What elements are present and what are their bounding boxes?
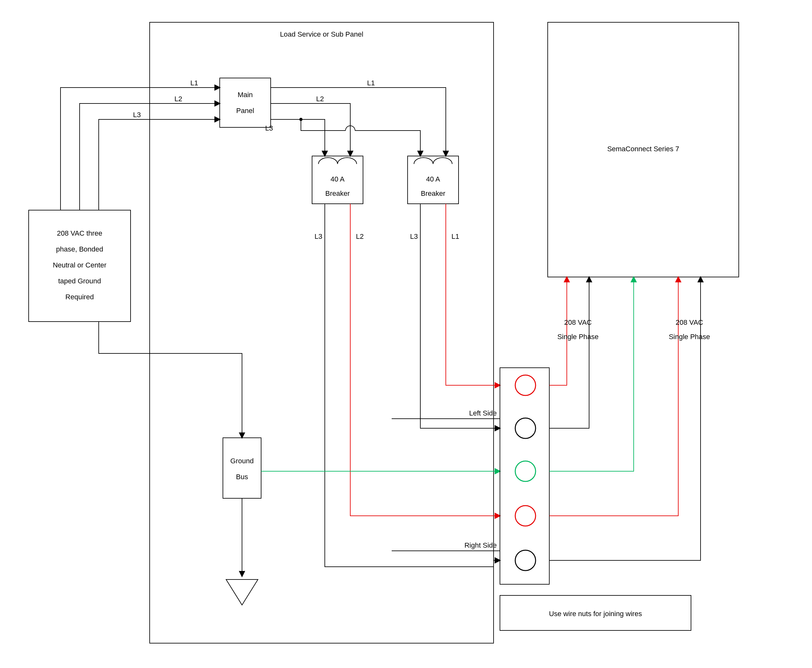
- label-out-l1: L1: [367, 79, 375, 87]
- wire-brk-right-l3: [420, 204, 500, 428]
- feed-right-l1: 208 VAC: [676, 318, 703, 326]
- label-brkR-l3: L3: [410, 232, 418, 240]
- wire-up-ground: [549, 277, 634, 471]
- wire-supply-l1: [60, 88, 220, 210]
- ground-bus-l2: Bus: [236, 473, 248, 481]
- terminal-4-icon: [515, 506, 536, 526]
- breaker-right-rating: 40 A: [426, 175, 440, 183]
- wire-l3-seg1: [301, 119, 346, 130]
- terminal-3-icon: [515, 461, 536, 481]
- supply-line3: Neutral or Center: [53, 261, 107, 269]
- terminal-5-icon: [515, 550, 536, 571]
- right-side-label: Right Side: [464, 541, 497, 549]
- label-brkL-l3: L3: [315, 232, 322, 240]
- left-side-label: Left Side: [469, 409, 497, 417]
- terminal-2-icon: [515, 418, 536, 438]
- wire-l3-right-side: [494, 560, 500, 567]
- breaker-left-label: Breaker: [325, 189, 350, 197]
- wire-up-left-red: [549, 277, 567, 385]
- wire-brk-left-l2: [350, 204, 500, 516]
- main-panel-l2: Panel: [236, 107, 254, 115]
- breaker-left-arc1: [318, 158, 337, 164]
- label-in-l3: L3: [133, 111, 141, 119]
- wire-l3-brk-right: [355, 130, 420, 156]
- feed-right-l2: Single Phase: [669, 333, 710, 341]
- junction-box: [500, 368, 549, 584]
- main-panel-l1: Main: [237, 91, 253, 99]
- wire-out-l1: [271, 88, 446, 156]
- wire-l3-brk-left: [301, 119, 325, 156]
- supply-line5: Required: [65, 293, 94, 301]
- terminal-1-icon: [515, 375, 536, 396]
- breaker-left-arc2: [337, 158, 357, 164]
- supply-line2: phase, Bonded: [56, 245, 103, 253]
- wire-ground-in: [99, 322, 242, 438]
- breaker-left-rating: 40 A: [331, 175, 344, 183]
- label-out-l2: L2: [316, 95, 324, 103]
- main-panel-box: [220, 78, 271, 127]
- ground-symbol-icon: [226, 579, 258, 605]
- breaker-right-arc1: [414, 158, 433, 164]
- wire-nuts-note: Use wire nuts for joining wires: [549, 610, 642, 618]
- breaker-right-label: Breaker: [421, 189, 445, 197]
- ground-bus-l1: Ground: [230, 457, 254, 465]
- feed-left-l1: 208 VAC: [564, 318, 592, 326]
- panel-title: Load Service or Sub Panel: [280, 30, 363, 38]
- breaker-right-arc2: [433, 158, 452, 164]
- wire-supply-l3: [99, 119, 220, 210]
- supply-line1: 208 VAC three: [57, 229, 102, 237]
- wire-brk-right-l1: [446, 204, 500, 385]
- feed-left-l2: Single Phase: [557, 333, 599, 341]
- supply-line4: taped Ground: [58, 277, 101, 285]
- ground-bus-box: [223, 438, 261, 498]
- label-in-l1: L1: [190, 79, 198, 87]
- label-brkR-l1: L1: [451, 232, 459, 240]
- device-label: SemaConnect Series 7: [607, 145, 679, 153]
- sub-panel-box: [150, 22, 494, 643]
- wire-up-right-red: [549, 277, 678, 516]
- wire-up-left-black: [549, 277, 589, 428]
- wire-out-l2: [271, 104, 350, 156]
- label-in-l2: L2: [174, 95, 182, 103]
- label-out-l3: L3: [265, 124, 273, 132]
- label-brkL-l2: L2: [356, 232, 364, 240]
- wiring-diagram: Load Service or Sub Panel 208 VAC three …: [0, 0, 812, 668]
